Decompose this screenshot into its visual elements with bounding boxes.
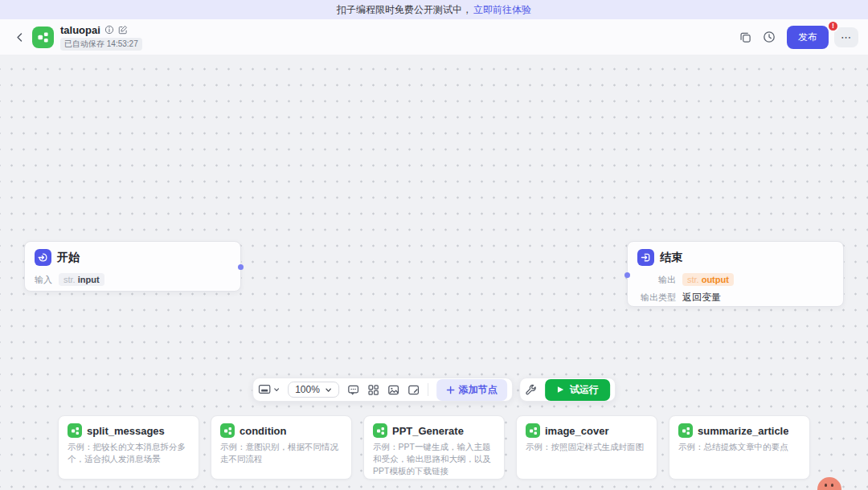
autosave-status: 已自动保存 14:53:27 [60, 38, 142, 51]
chevron-down-icon [325, 386, 332, 394]
promo-banner-text: 扣子编程限时免费公开测试中， [337, 3, 472, 17]
info-icon[interactable] [104, 25, 114, 35]
note-icon[interactable] [407, 384, 420, 396]
end-output-label: 输出 [637, 274, 676, 286]
template-card-split-messages[interactable]: split_messages 示例：把较长的文本消息拆分多个，适合拟人发消息场景 [58, 415, 199, 480]
end-node-icon [637, 249, 654, 266]
workflow-icon [373, 423, 387, 438]
end-output-pill: str. output [682, 273, 734, 286]
duplicate-icon[interactable] [739, 31, 751, 43]
workflow-icon [678, 423, 693, 438]
image-icon[interactable] [387, 384, 399, 396]
workflow-editor: 扣子编程限时免费公开测试中， 立即前往体验 taluopai [0, 0, 868, 490]
end-output-type-value: 返回变量 [682, 291, 721, 304]
start-node-icon [35, 249, 51, 266]
template-card-ppt-generate[interactable]: PPT_Generate 示例：PPT一键生成，输入主题和受众，输出思路和大纲，… [363, 415, 505, 480]
fit-view-icon[interactable] [258, 384, 280, 395]
blocks-icon[interactable] [367, 384, 379, 396]
start-input-pill: str. input [59, 273, 104, 286]
history-icon[interactable] [763, 31, 776, 43]
card-title: PPT_Generate [392, 425, 464, 437]
template-card-condition[interactable]: condition 示例：意图识别，根据不同情况走不同流程 [211, 415, 352, 480]
card-title: condition [240, 425, 287, 437]
edit-icon[interactable] [118, 25, 128, 35]
template-card-image-cover[interactable]: image_cover 示例：按照固定样式生成封面图 [516, 415, 657, 480]
header-actions: 发布 ! ⋯ [739, 26, 858, 49]
workflow-icon [37, 31, 49, 43]
canvas-toolbar: 100% 添加节点 [252, 378, 616, 402]
template-card-summarize-article[interactable]: summarize_article 示例：总结提炼文章中的要点 [669, 415, 810, 480]
chevron-down-icon [273, 386, 280, 393]
card-description: 示例：PPT一键生成，输入主题和受众，输出思路和大纲，以及PPT模板的下载链接 [373, 441, 495, 478]
publish-group: 发布 ! ⋯ [787, 26, 858, 49]
template-card-row: split_messages 示例：把较长的文本消息拆分多个，适合拟人发消息场景… [58, 415, 810, 480]
end-input-port[interactable] [624, 272, 630, 278]
start-input-label: 输入 [35, 274, 52, 286]
back-button[interactable] [10, 27, 29, 47]
alert-badge: ! [827, 20, 839, 32]
test-run-button[interactable]: 试运行 [545, 379, 610, 401]
workflow-icon [68, 423, 82, 438]
add-node-button[interactable]: 添加节点 [436, 379, 507, 401]
publish-button[interactable]: 发布 [787, 26, 829, 49]
toolbar-run: 试运行 [519, 378, 616, 402]
end-output-type-label: 输出类型 [637, 292, 676, 304]
card-description: 示例：把较长的文本消息拆分多个，适合拟人发消息场景 [68, 441, 190, 465]
play-icon [556, 386, 564, 394]
workflow-title: taluopai [60, 24, 100, 36]
title-block: taluopai 已自动保存 14:53:27 [60, 24, 142, 51]
zoom-value: 100% [295, 384, 320, 395]
zoom-select[interactable]: 100% [288, 382, 339, 398]
plus-icon [446, 386, 455, 394]
workflow-icon [526, 423, 540, 438]
start-node-title: 开始 [57, 251, 80, 265]
toolbar-main: 100% 添加节点 [252, 378, 513, 402]
promo-banner-link[interactable]: 立即前往体验 [473, 3, 531, 17]
card-description: 示例：意图识别，根据不同情况走不同流程 [220, 441, 342, 465]
wrench-icon[interactable] [525, 384, 537, 396]
more-menu-button[interactable]: ⋯ [834, 27, 858, 47]
toolbar-divider [428, 383, 428, 396]
node-end[interactable]: 结束 输出 str. output 输出类型 返回变量 [627, 241, 844, 307]
card-title: image_cover [545, 425, 609, 437]
card-title: split_messages [87, 425, 165, 437]
workflow-icon [220, 423, 235, 438]
chevron-left-icon [14, 32, 25, 43]
node-start[interactable]: 开始 输入 str. input [24, 241, 241, 292]
comment-icon[interactable] [347, 384, 359, 396]
card-description: 示例：按照固定样式生成封面图 [526, 441, 648, 453]
card-description: 示例：总结提炼文章中的要点 [678, 441, 800, 453]
workflow-app-icon [32, 27, 54, 48]
start-output-port[interactable] [238, 264, 244, 270]
header-bar: taluopai 已自动保存 14:53:27 发布 ! ⋯ [0, 19, 868, 55]
card-title: summarize_article [698, 425, 788, 437]
end-node-title: 结束 [660, 251, 682, 265]
promo-banner: 扣子编程限时免费公开测试中， 立即前往体验 [0, 0, 868, 19]
